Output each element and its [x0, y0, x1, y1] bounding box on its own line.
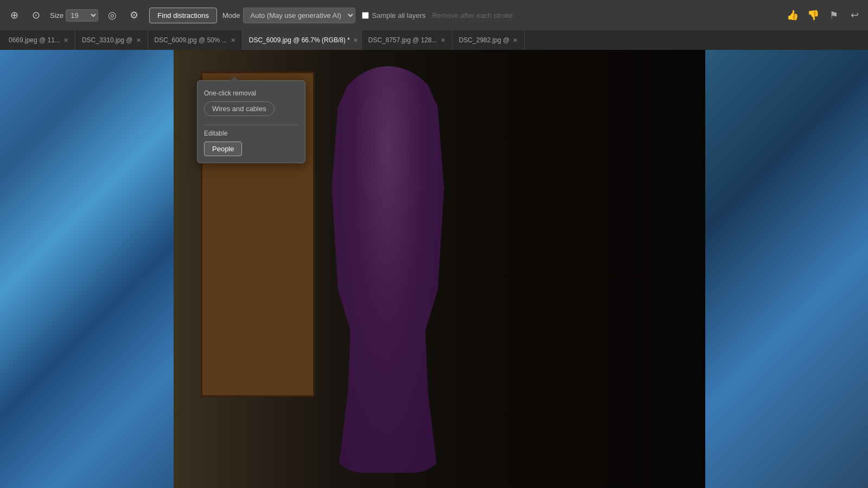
canvas-area[interactable]: One-click removal Wires and cables Edita… — [0, 50, 868, 488]
dropdown-divider — [204, 125, 298, 125]
tab-label: DSC_6009.jpg @ 50% ... — [155, 36, 227, 44]
tab-close-4[interactable]: ✕ — [441, 37, 445, 44]
flag-icon: ⚑ — [829, 9, 838, 21]
remove-after-group: Remove after each stroke — [432, 11, 513, 20]
find-distractions-button[interactable]: Find distractions — [149, 8, 217, 23]
tab-close-3[interactable]: ✕ — [353, 37, 358, 44]
one-click-removal-label: One-click removal — [204, 89, 298, 97]
tab-label: DSC_3310.jpg @ — [82, 36, 133, 44]
undo-icon: ↩ — [851, 9, 859, 21]
tab-2[interactable]: DSC_6009.jpg @ 50% ... ✕ — [148, 30, 242, 50]
add-layer-button[interactable]: ⊕ — [4, 5, 24, 25]
tab-label: DSC_2982.jpg @ — [459, 36, 510, 44]
dropdown-arrow — [230, 76, 239, 81]
rotate-icon: ⊙ — [32, 9, 40, 21]
tab-label: 0669.jpeg @ 11... — [9, 36, 60, 44]
tab-close-2[interactable]: ✕ — [231, 37, 235, 44]
thumbs-down-icon: 👎 — [807, 9, 819, 21]
thumbs-up-button[interactable]: 👍 — [783, 6, 802, 24]
find-distractions-label: Find distractions — [157, 11, 209, 20]
tab-close-5[interactable]: ✕ — [513, 37, 518, 44]
tab-0[interactable]: 0669.jpeg @ 11... ✕ — [2, 30, 75, 50]
tab-label: DSC_6009.jpg @ 66.7% (RGB/8) * — [249, 36, 350, 44]
flag-button[interactable]: ⚑ — [825, 6, 843, 24]
target-icon: ◎ — [108, 9, 117, 21]
tab-close-0[interactable]: ✕ — [63, 37, 68, 44]
toolbar-right: 👍 👎 ⚑ ↩ — [783, 6, 864, 24]
tab-3[interactable]: DSC_6009.jpg @ 66.7% (RGB/8) * ✕ — [242, 30, 362, 50]
thumbs-down-button[interactable]: 👎 — [804, 6, 822, 24]
thumbs-up-icon: 👍 — [787, 9, 799, 21]
rotate-button[interactable]: ⊙ — [26, 5, 46, 25]
bg-left-door — [0, 50, 174, 488]
wires-and-cables-option[interactable]: Wires and cables — [204, 101, 275, 116]
tab-label: DSC_8757.jpg @ 128... — [368, 36, 437, 44]
people-option[interactable]: People — [204, 142, 242, 156]
remove-after-label: Remove after each stroke — [432, 11, 513, 20]
sample-all-group: Sample all layers — [362, 11, 425, 20]
sample-all-checkbox[interactable] — [362, 12, 369, 19]
gear-icon: ⚙ — [130, 9, 138, 21]
add-icon: ⊕ — [10, 9, 18, 21]
size-label: Size — [50, 11, 63, 20]
tab-close-1[interactable]: ✕ — [136, 37, 141, 44]
editable-label: Editable — [204, 130, 298, 137]
tab-4[interactable]: DSC_8757.jpg @ 128... ✕ — [362, 30, 452, 50]
mode-group: Mode Auto (May use generative AI) Standa… — [222, 8, 356, 23]
tabs-bar: 0669.jpeg @ 11... ✕ DSC_3310.jpg @ ✕ DSC… — [0, 30, 868, 50]
tab-5[interactable]: DSC_2982.jpg @ ✕ — [452, 30, 525, 50]
mode-select[interactable]: Auto (May use generative AI) Standard — [243, 8, 355, 23]
mode-label: Mode — [222, 11, 240, 20]
bg-right-door — [705, 50, 868, 488]
size-select[interactable]: 19 10 25 50 — [66, 9, 98, 22]
target-button[interactable]: ◎ — [103, 5, 122, 25]
find-distractions-dropdown: One-click removal Wires and cables Edita… — [197, 80, 305, 163]
size-group: Size 19 10 25 50 — [50, 9, 98, 22]
main-toolbar: ⊕ ⊙ Size 19 10 25 50 ◎ ⚙ Find distractio… — [0, 0, 868, 30]
settings-button[interactable]: ⚙ — [124, 5, 144, 25]
undo-button[interactable]: ↩ — [845, 6, 864, 24]
tab-1[interactable]: DSC_3310.jpg @ ✕ — [75, 30, 148, 50]
sample-all-label: Sample all layers — [372, 11, 425, 20]
